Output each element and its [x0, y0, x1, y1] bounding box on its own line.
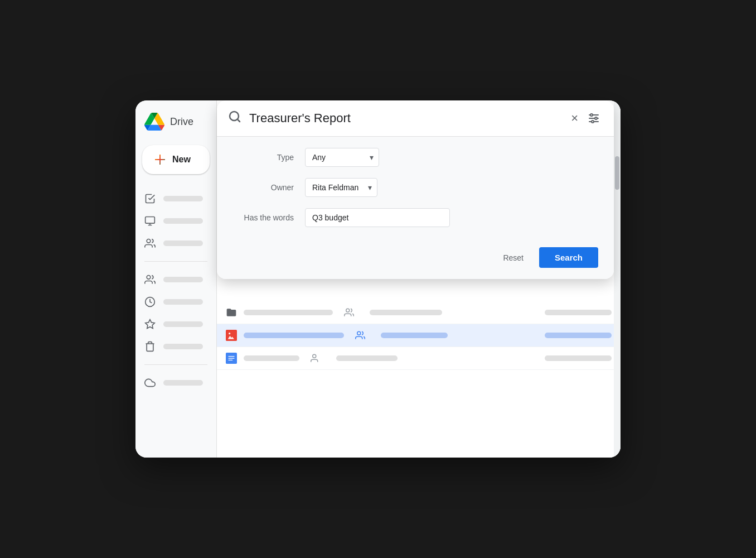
main-content: Treasurer's Report ×: [216, 100, 621, 458]
words-filter-label: Has the words: [232, 213, 294, 222]
plus-icon: [153, 153, 167, 166]
sidebar-item-starred[interactable]: [135, 313, 212, 335]
nav-label-trash: [163, 344, 203, 349]
app-title: Drive: [170, 116, 193, 128]
nav-label-shared-with-me: [163, 277, 203, 282]
search-query-text: Treasurer's Report: [249, 111, 561, 126]
computer-icon: [144, 215, 156, 227]
close-button[interactable]: ×: [569, 110, 580, 127]
sidebar-divider: [144, 261, 207, 262]
filter-row-type: Type Any Documents Spreadsheets Presenta…: [232, 148, 598, 167]
trash-icon: [144, 341, 156, 352]
sidebar-item-recent[interactable]: [135, 291, 212, 313]
svg-point-15: [229, 333, 230, 334]
window-container: Drive New: [135, 100, 621, 458]
nav-label-computers: [163, 218, 203, 224]
nav-label-recent: [163, 299, 203, 305]
sidebar-item-storage[interactable]: [135, 372, 212, 394]
type-select-wrapper: Any Documents Spreadsheets Presentations…: [305, 148, 379, 167]
search-button[interactable]: Search: [539, 247, 598, 268]
table-row[interactable]: [217, 324, 621, 347]
sidebar-divider-2: [144, 364, 207, 365]
nav-label-storage: [163, 380, 203, 386]
table-row[interactable]: [217, 347, 621, 370]
table-row[interactable]: [217, 301, 621, 324]
shared-users-icon: [344, 307, 354, 318]
file-name: [244, 355, 299, 361]
svg-point-11: [595, 117, 597, 119]
file-owner: [370, 310, 442, 315]
nav-label-shared: [163, 240, 203, 246]
svg-marker-4: [146, 320, 155, 329]
sidebar: Drive New: [135, 100, 216, 458]
type-select[interactable]: Any Documents Spreadsheets Presentations…: [305, 148, 379, 167]
file-name: [244, 333, 344, 338]
svg-point-10: [590, 114, 593, 116]
shared-with-me-icon: [144, 274, 156, 285]
filter-options-button[interactable]: [585, 109, 603, 127]
file-name: [244, 310, 333, 315]
file-owner: [336, 355, 398, 361]
doc-file-icon: [226, 353, 237, 364]
shared-users-icon: [355, 330, 365, 340]
svg-point-13: [346, 309, 350, 312]
sidebar-item-shared-with-me[interactable]: [135, 268, 212, 291]
folder-icon: [226, 307, 237, 318]
words-filter-input[interactable]: [305, 208, 450, 227]
owner-filter-label: Owner: [232, 183, 294, 192]
filter-sliders-icon: [587, 112, 600, 125]
dialog-actions: Reset Search: [217, 238, 614, 279]
filter-row-owner: Owner Anyone Me Rita Feldman Not me: [232, 178, 598, 197]
document-icon: [226, 353, 237, 364]
file-owner: [381, 333, 448, 338]
file-date: [545, 355, 612, 361]
filter-section: Type Any Documents Spreadsheets Presenta…: [217, 137, 614, 238]
header-actions: ×: [569, 109, 603, 127]
people-icon: [144, 238, 156, 249]
sidebar-item-my-drive[interactable]: [135, 187, 212, 210]
image-file-icon: [226, 330, 237, 341]
file-list: [217, 301, 621, 370]
sidebar-item-computers[interactable]: [135, 210, 212, 232]
svg-point-2: [147, 276, 151, 280]
search-header-icon: [228, 110, 241, 127]
svg-point-12: [592, 121, 594, 123]
owner-select[interactable]: Anyone Me Rita Feldman Not me: [305, 178, 377, 197]
scrollbar-thumb[interactable]: [615, 156, 619, 190]
check-circle-icon: [144, 193, 156, 204]
sidebar-item-trash[interactable]: [135, 335, 212, 358]
new-button-label: New: [172, 155, 191, 165]
scrollbar[interactable]: [614, 100, 621, 458]
nav-label-starred: [163, 321, 203, 327]
svg-rect-0: [146, 217, 155, 224]
cloud-icon: [144, 377, 156, 388]
sidebar-item-shared[interactable]: [135, 232, 212, 254]
new-button[interactable]: New: [142, 145, 210, 174]
owner-select-wrapper: Anyone Me Rita Feldman Not me: [305, 178, 377, 197]
reset-button[interactable]: Reset: [494, 249, 532, 267]
type-filter-label: Type: [232, 153, 294, 162]
svg-line-6: [238, 119, 240, 122]
shared-users-icon: [311, 353, 321, 363]
svg-point-1: [147, 239, 151, 243]
svg-rect-14: [226, 330, 237, 341]
drive-logo-icon: [144, 112, 164, 132]
app-logo: Drive: [135, 112, 216, 145]
svg-point-16: [357, 331, 361, 335]
nav-label-my-drive: [163, 196, 203, 201]
filter-row-words: Has the words: [232, 208, 598, 227]
search-dialog-header: Treasurer's Report ×: [217, 100, 614, 137]
svg-point-18: [313, 354, 316, 358]
file-date: [545, 310, 612, 315]
image-icon: [226, 330, 237, 341]
star-icon: [144, 319, 156, 330]
file-date: [545, 333, 612, 338]
clock-icon: [144, 296, 156, 307]
search-dialog: Treasurer's Report ×: [217, 100, 614, 279]
